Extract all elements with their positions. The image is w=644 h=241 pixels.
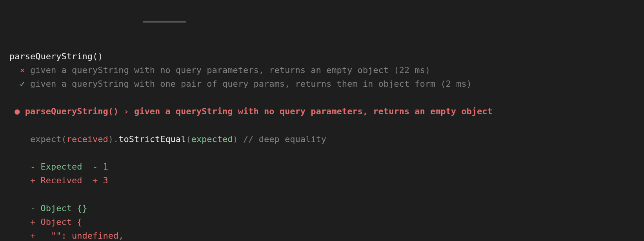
diff-line: + "": undefined, <box>30 231 124 241</box>
diff-line: + Object { <box>30 217 82 227</box>
diff-line: - Object {} <box>30 203 87 213</box>
pass-icon: ✓ <box>20 79 25 89</box>
expected-text: expected <box>191 134 233 144</box>
paren-open: ( <box>186 134 191 144</box>
fail-icon: × <box>20 65 25 75</box>
dot-text: ). <box>108 134 119 144</box>
expect-text: expect( <box>30 134 67 144</box>
suite-title: parseQueryString() <box>9 51 103 61</box>
matcher-text: toStrictEqual <box>118 134 186 144</box>
paren-close: ) <box>233 134 238 144</box>
test-result-line: given a queryString with no query parame… <box>30 65 430 75</box>
received-text: received <box>67 134 108 144</box>
terminal-output: parseQueryString() × given a queryString… <box>9 22 635 241</box>
tab-indicator <box>143 22 186 22</box>
received-count: + Received + 3 <box>30 175 108 185</box>
expected-count: - Expected - 1 <box>30 162 108 172</box>
comment-text: // deep equality <box>243 134 326 144</box>
test-result-line: given a queryString with one pair of que… <box>30 79 472 89</box>
bullet-icon: ● <box>15 106 20 116</box>
error-header: parseQueryString() › given a queryString… <box>25 106 493 116</box>
